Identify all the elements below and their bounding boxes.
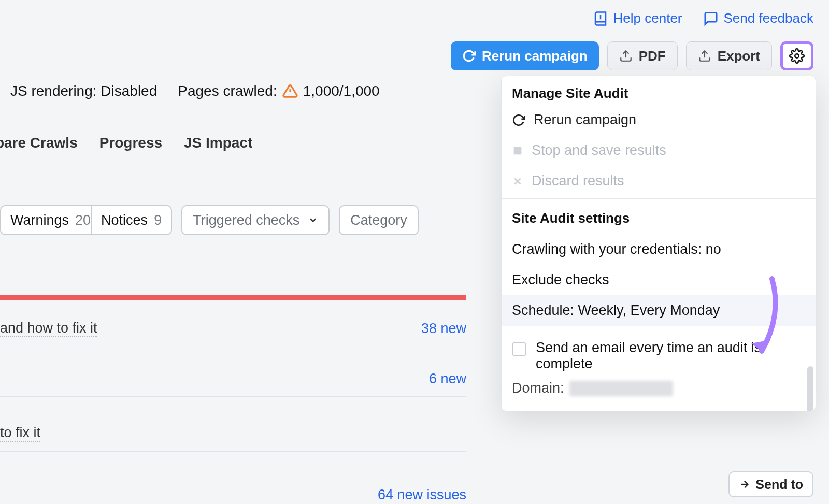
svg-point-3	[795, 54, 799, 58]
issue-count: 64 new issues	[378, 487, 466, 503]
pdf-button[interactable]: PDF	[607, 41, 678, 70]
warning-triangle-icon	[282, 83, 298, 99]
help-center-label: Help center	[613, 10, 682, 26]
notices-count: 9	[154, 212, 162, 228]
refresh-icon	[462, 49, 476, 63]
issue-title: to fix it	[0, 425, 40, 442]
close-icon	[512, 176, 523, 187]
refresh-icon	[512, 113, 525, 127]
send-feedback-label: Send feedback	[724, 10, 813, 26]
rerun-campaign-label: Rerun campaign	[482, 48, 588, 64]
divider	[502, 198, 816, 199]
popover-section-settings: Site Audit settings	[502, 201, 816, 229]
js-rendering-status: JS rendering: Disabled	[10, 83, 157, 99]
help-center-link[interactable]: Help center	[593, 10, 682, 26]
warnings-label: Warnings	[10, 212, 69, 228]
email-option-label: Send an email every time an audit is com…	[536, 340, 805, 372]
send-feedback-link[interactable]: Send feedback	[703, 10, 813, 26]
triggered-checks-dropdown[interactable]: Triggered checks	[181, 205, 330, 235]
notices-label: Notices	[101, 212, 148, 228]
svg-rect-6	[514, 147, 522, 154]
upload-icon	[619, 49, 633, 63]
popover-discard-label: Discard results	[532, 173, 624, 189]
upload-icon	[698, 49, 711, 63]
js-rendering-label: JS rendering: Disabled	[10, 83, 157, 99]
error-severity-bar	[0, 295, 466, 300]
schedule-label: Schedule: Weekly, Every Monday	[512, 303, 720, 318]
email-checkbox[interactable]	[512, 342, 526, 356]
arrow-right-icon	[739, 479, 750, 490]
popover-crawling-credentials[interactable]: Crawling with your credentials: no	[502, 234, 816, 265]
tab-js-impact[interactable]: JS Impact	[181, 135, 255, 151]
popover-stop-save: Stop and save results	[502, 135, 816, 166]
rerun-campaign-button[interactable]: Rerun campaign	[451, 41, 599, 70]
send-to-button[interactable]: Send to	[728, 471, 813, 497]
popover-rerun-campaign[interactable]: Rerun campaign	[502, 105, 816, 135]
tab-divider	[0, 168, 466, 168]
domain-value-redacted	[569, 381, 673, 396]
pages-crawled-status: Pages crawled: 1,000/1,000	[178, 83, 379, 99]
chevron-down-icon	[308, 215, 318, 225]
domain-label: Domain:	[512, 380, 564, 396]
popover-stop-label: Stop and save results	[532, 142, 666, 159]
filter-notices[interactable]: Notices 9	[91, 205, 172, 235]
exclude-label: Exclude checks	[512, 272, 609, 287]
tab-progress-label: Progress	[99, 135, 162, 151]
issue-row-2[interactable]: 6 new	[0, 371, 466, 397]
popover-discard: Discard results	[502, 166, 816, 196]
tab-compare-label: mpare Crawls	[0, 135, 78, 151]
popover-email-option[interactable]: Send an email every time an audit is com…	[502, 330, 816, 376]
popover-section-manage: Manage Site Audit	[502, 76, 816, 105]
chat-icon	[703, 11, 719, 26]
divider	[502, 328, 816, 328]
tab-progress[interactable]: Progress	[96, 135, 165, 151]
issue-row-3[interactable]: to fix it	[0, 425, 466, 452]
popover-exclude-checks[interactable]: Exclude checks	[502, 265, 816, 295]
popover-domain: Domain:	[502, 376, 816, 411]
tab-compare-crawls[interactable]: mpare Crawls	[0, 135, 81, 151]
category-label: Category	[350, 212, 407, 228]
issue-row-4[interactable]: 64 new issues	[0, 487, 466, 504]
settings-popover: Manage Site Audit Rerun campaign Stop an…	[501, 76, 816, 411]
export-label: Export	[718, 48, 760, 64]
settings-button[interactable]	[780, 41, 813, 70]
pages-crawled-count: 1,000/1,000	[303, 83, 380, 99]
issue-count: 38 new	[421, 321, 466, 337]
issue-row-1[interactable]: and how to fix it 38 new	[0, 320, 466, 347]
stop-icon	[512, 145, 523, 156]
book-icon	[593, 11, 608, 26]
export-button[interactable]: Export	[686, 41, 772, 70]
issue-title: and how to fix it	[0, 320, 97, 337]
divider	[502, 232, 816, 232]
filter-warnings[interactable]: Warnings 20	[0, 205, 100, 235]
triggered-checks-label: Triggered checks	[193, 212, 299, 228]
popover-schedule[interactable]: Schedule: Weekly, Every Monday	[502, 295, 816, 326]
crawling-label: Crawling with your credentials: no	[512, 241, 721, 257]
send-to-label: Send to	[755, 477, 803, 492]
pdf-label: PDF	[639, 48, 666, 64]
category-dropdown[interactable]: Category	[339, 205, 419, 235]
gear-icon	[789, 48, 805, 64]
issue-count: 6 new	[429, 371, 466, 387]
popover-scrollbar[interactable]	[807, 366, 813, 411]
warnings-count: 20	[75, 212, 91, 228]
pages-crawled-label: Pages crawled:	[178, 83, 277, 99]
tab-jsimpact-label: JS Impact	[184, 135, 252, 151]
popover-rerun-label: Rerun campaign	[534, 112, 636, 128]
